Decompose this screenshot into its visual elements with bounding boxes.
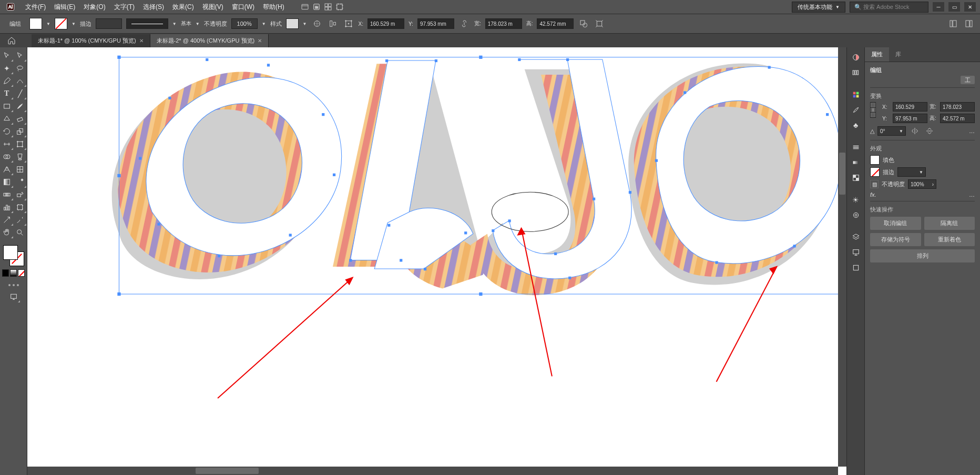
artboards-panel-icon[interactable]	[849, 261, 863, 275]
color-panel-icon[interactable]	[849, 50, 863, 64]
menu-type[interactable]: 文字(T)	[110, 3, 139, 12]
bridge-icon[interactable]	[299, 1, 311, 13]
print-tiling-tool-icon[interactable]	[14, 214, 27, 226]
blend-tool-icon[interactable]	[0, 188, 14, 201]
menu-effect[interactable]: 效果(C)	[168, 3, 198, 12]
stroke-weight-input[interactable]: ▼	[897, 167, 926, 177]
mesh-tool-icon[interactable]	[14, 163, 27, 176]
zoom-tool-icon[interactable]	[14, 226, 27, 239]
artboard-tool-icon[interactable]	[14, 201, 27, 214]
stock-icon[interactable]: St	[311, 1, 322, 13]
h-input[interactable]: 42.572 mm	[537, 18, 574, 29]
panel-right-icon[interactable]	[963, 18, 975, 29]
direct-selection-tool-icon[interactable]	[14, 49, 27, 62]
color-mode-gradient-icon[interactable]	[10, 269, 17, 277]
free-transform-tool-icon[interactable]	[14, 138, 27, 150]
x-input[interactable]: 160.529 m	[368, 18, 404, 29]
ungroup-button[interactable]: 取消编组	[870, 217, 921, 230]
workspace-switcher[interactable]: 传统基本功能 ▼	[792, 2, 845, 13]
type-tool-icon[interactable]: T	[0, 87, 14, 100]
arrange-button[interactable]: 排列	[870, 249, 975, 262]
perspective-grid-tool-icon[interactable]	[0, 163, 14, 176]
chevron-down-icon[interactable]: ▼	[172, 22, 177, 26]
menu-edit[interactable]: 编辑(E)	[50, 3, 79, 12]
chevron-down-icon[interactable]: ▼	[262, 22, 266, 26]
window-close-icon[interactable]: ✕	[964, 2, 976, 12]
fx-label[interactable]: fx.	[870, 191, 876, 198]
recolor-artwork-icon[interactable]	[311, 18, 323, 29]
color-mode-solid-icon[interactable]	[2, 269, 9, 277]
more-options-icon[interactable]: …	[969, 128, 975, 134]
transform-ref-icon[interactable]	[343, 18, 354, 29]
transparency-panel-icon[interactable]	[849, 171, 863, 185]
symbol-sprayer-tool-icon[interactable]	[14, 188, 27, 201]
menu-file[interactable]: 文件(F)	[21, 3, 50, 12]
eraser-tool-icon[interactable]	[14, 113, 27, 125]
menu-select[interactable]: 选择(S)	[139, 3, 168, 12]
gradient-tool-icon[interactable]	[0, 176, 14, 188]
opacity-checkbox-icon[interactable]: ▨	[870, 180, 879, 188]
menu-view[interactable]: 视图(V)	[198, 3, 228, 12]
transform-x-input[interactable]	[893, 102, 927, 112]
search-stock-input[interactable]: 🔍 搜索 Adobe Stock	[850, 2, 928, 13]
arrange-docs-icon[interactable]	[322, 1, 334, 13]
transform-w-input[interactable]	[940, 102, 975, 112]
tab-library[interactable]: 库	[889, 47, 907, 62]
opacity-input[interactable]	[231, 18, 258, 29]
canvas-area[interactable]	[27, 47, 846, 475]
reference-point-selector[interactable]	[870, 102, 876, 118]
recolor-button[interactable]: 重新着色	[924, 233, 975, 246]
rotate-tool-icon[interactable]	[0, 125, 14, 138]
color-guide-panel-icon[interactable]	[849, 66, 863, 79]
line-segment-tool-icon[interactable]: ╱	[14, 87, 27, 100]
edit-toolbar-icon[interactable]	[0, 284, 27, 286]
chevron-down-icon[interactable]: ▼	[46, 22, 50, 26]
opacity-value-input[interactable]: 100%›	[908, 179, 936, 189]
tab-close-icon[interactable]: ✕	[139, 38, 144, 44]
transform-h-input[interactable]	[940, 114, 975, 123]
magic-wand-tool-icon[interactable]: ✦	[0, 62, 14, 75]
shaper-tool-icon[interactable]	[0, 113, 14, 125]
brushes-panel-icon[interactable]	[849, 103, 863, 117]
stroke-panel-icon[interactable]	[849, 140, 863, 154]
menu-help[interactable]: 帮助(H)	[259, 3, 289, 12]
fill-swatch[interactable]	[29, 18, 42, 29]
align-icon[interactable]	[327, 18, 339, 29]
stroke-weight-input[interactable]	[96, 18, 122, 29]
hand-tool-icon[interactable]	[0, 226, 14, 239]
stroke-swatch[interactable]	[55, 18, 67, 29]
paintbrush-tool-icon[interactable]	[14, 100, 27, 113]
document-tab[interactable]: 未标题-1* @ 100% (CMYK/GPU 预览) ✕	[32, 34, 150, 47]
tab-properties[interactable]: 属性	[865, 47, 889, 62]
screen-mode-icon[interactable]	[7, 290, 21, 303]
fill-color-swatch[interactable]	[870, 155, 880, 165]
stroke-color-swatch[interactable]	[870, 167, 880, 177]
graphic-style-swatch[interactable]	[286, 18, 299, 29]
menu-object[interactable]: 对象(O)	[79, 3, 109, 12]
gpu-icon[interactable]	[334, 1, 345, 13]
chevron-down-icon[interactable]: ▼	[72, 22, 76, 26]
flip-vertical-icon[interactable]	[924, 125, 935, 137]
shape-builder-icon[interactable]	[578, 18, 589, 29]
width-tool-icon[interactable]	[0, 138, 14, 150]
curvature-tool-icon[interactable]	[14, 75, 27, 87]
eyedropper-tool-icon[interactable]	[14, 176, 27, 188]
chevron-down-icon[interactable]: ▼	[196, 22, 200, 26]
tab-close-icon[interactable]: ✕	[258, 38, 262, 44]
selection-tool-icon[interactable]	[0, 49, 14, 62]
column-graph-tool-icon[interactable]	[0, 201, 14, 214]
appearance-panel-icon[interactable]: ☀	[849, 193, 863, 207]
home-icon[interactable]	[4, 35, 19, 46]
transform-y-input[interactable]	[893, 114, 927, 123]
slice-tool-icon[interactable]	[0, 214, 14, 226]
scrollbar-vertical[interactable]	[838, 47, 846, 467]
color-mode-none-icon[interactable]	[18, 269, 25, 277]
y-input[interactable]: 97.953 mm	[417, 18, 454, 29]
window-restore-icon[interactable]: ▭	[948, 2, 960, 12]
link-wh-icon[interactable]	[458, 18, 470, 29]
panel-left-icon[interactable]	[947, 18, 959, 29]
more-options-icon[interactable]: …	[969, 191, 975, 198]
brush-definition[interactable]	[126, 18, 168, 29]
swatches-panel-icon[interactable]	[849, 88, 863, 102]
pen-tool-icon[interactable]	[0, 75, 14, 87]
